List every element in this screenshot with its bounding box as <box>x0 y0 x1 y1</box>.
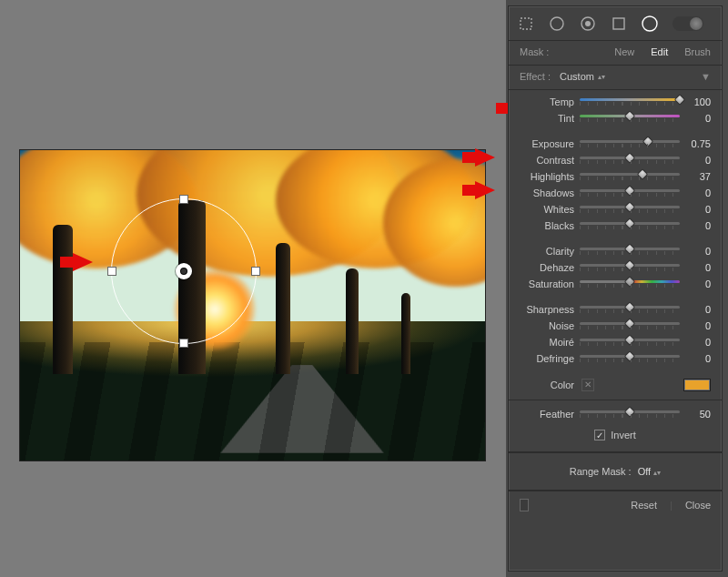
whites-slider[interactable]: Whites0 <box>520 201 711 218</box>
color-swatch[interactable] <box>683 379 711 391</box>
mask-center-pin[interactable] <box>176 263 192 279</box>
svg-point-1 <box>551 17 563 30</box>
panel-disclosure-icon[interactable]: ▼ <box>701 71 711 82</box>
annotation-arrow <box>73 253 93 271</box>
dehaze-slider[interactable]: Dehaze0 <box>520 259 711 276</box>
contrast-slider[interactable]: Contrast0 <box>520 152 711 168</box>
defringe-slider[interactable]: Defringe0 <box>520 350 711 367</box>
spot-removal-icon[interactable] <box>545 12 569 35</box>
color-label: Color <box>520 380 574 390</box>
adjustment-brush-toggle[interactable] <box>672 16 703 31</box>
range-mask-dropdown[interactable]: Off ▴▾ <box>638 466 662 477</box>
exposure-slider[interactable]: Exposure0.75 <box>520 136 711 152</box>
temp-slider[interactable]: Temp100 <box>520 94 711 110</box>
feather-slider[interactable]: Feather 50 <box>520 406 711 422</box>
mask-label: Mask : <box>520 46 549 57</box>
svg-point-5 <box>642 16 657 31</box>
svg-rect-0 <box>521 18 531 29</box>
canvas-area <box>0 0 506 577</box>
photo-preview[interactable] <box>20 150 485 461</box>
range-mask-label: Range Mask : <box>570 466 632 477</box>
effect-preset-dropdown[interactable]: Custom▴▾ <box>560 71 605 82</box>
clarity-slider[interactable]: Clarity0 <box>520 243 711 259</box>
annotation-arrow <box>475 181 495 199</box>
saturation-slider[interactable]: Saturation0 <box>520 276 711 292</box>
radial-filter-mask[interactable] <box>111 198 257 344</box>
svg-rect-4 <box>613 18 624 29</box>
blacks-slider[interactable]: Blacks0 <box>520 218 711 234</box>
color-clear-button[interactable]: ✕ <box>581 379 594 391</box>
mask-mode-tabs: Mask : New Edit Brush <box>520 46 711 57</box>
tab-new[interactable]: New <box>614 46 634 57</box>
tab-brush[interactable]: Brush <box>684 46 711 57</box>
redeye-icon[interactable] <box>576 12 600 35</box>
highlights-slider[interactable]: Highlights37 <box>520 168 711 185</box>
slider-group: Temp100Tint0Exposure0.75Contrast0Highlig… <box>509 90 722 400</box>
sharpness-slider[interactable]: Sharpness0 <box>520 301 711 318</box>
reset-button[interactable]: Reset <box>631 500 657 511</box>
shadows-slider[interactable]: Shadows0 <box>520 185 711 201</box>
panel-footer: Reset | Close <box>509 491 722 519</box>
moire-slider[interactable]: Moiré0 <box>520 334 711 350</box>
effect-label: Effect : <box>520 71 551 82</box>
graduated-filter-icon[interactable] <box>607 12 631 35</box>
tint-slider[interactable]: Tint0 <box>520 110 711 127</box>
tab-edit[interactable]: Edit <box>651 46 668 57</box>
radial-filter-icon[interactable] <box>638 12 662 35</box>
local-adjustment-tools <box>509 6 722 41</box>
annotation-arrow <box>475 148 495 167</box>
before-after-icon[interactable] <box>520 499 529 511</box>
svg-point-3 <box>585 21 591 26</box>
noise-slider[interactable]: Noise0 <box>520 318 711 334</box>
close-button[interactable]: Close <box>685 500 711 511</box>
invert-label: Invert <box>611 430 636 440</box>
crop-tool-icon[interactable] <box>514 12 538 35</box>
invert-checkbox[interactable]: ✓ <box>594 430 605 440</box>
adjustments-panel: Mask : New Edit Brush Effect : Custom▴▾ … <box>508 5 723 572</box>
